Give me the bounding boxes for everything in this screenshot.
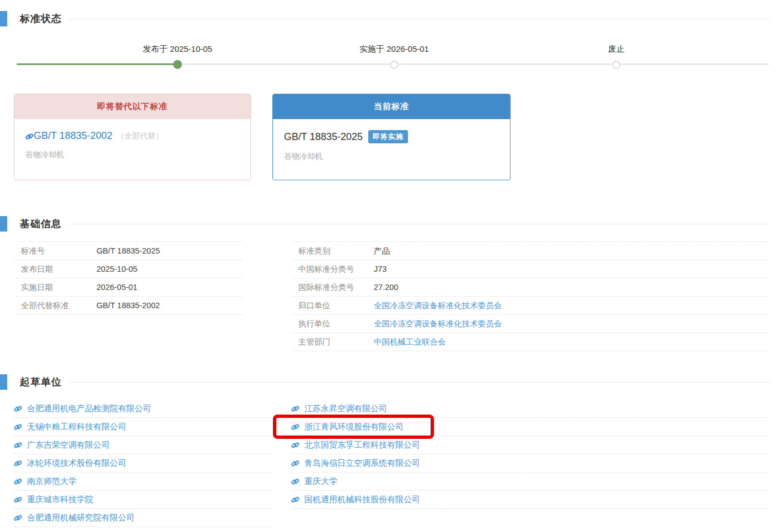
- drafting-unit-link[interactable]: 无锡中粮工程科技有限公司: [27, 422, 126, 432]
- standard-detail-page: 标准状态 发布于 2025-10-05实施于 2026-05-01废止 即将替代…: [0, 11, 784, 532]
- replaced-standard-name: 谷物冷却机: [25, 150, 239, 160]
- link-icon: [14, 423, 22, 431]
- link-icon: [14, 477, 22, 486]
- section-accent-bar: [0, 374, 7, 390]
- info-label: 国际标准分类号: [298, 282, 374, 293]
- link-icon: [14, 514, 22, 522]
- link-icon: [14, 441, 22, 449]
- replace-note: （全部代替）: [117, 131, 163, 141]
- section-divider: [68, 382, 771, 383]
- info-label: 标准号: [21, 246, 96, 256]
- section-accent-bar: [0, 11, 7, 26]
- info-label: 执行单位: [298, 319, 374, 329]
- drafting-unit-item: 合肥通用机械研究院有限公司: [14, 509, 273, 527]
- drafting-unit-link[interactable]: 北京国贸东孚工程科技有限公司: [304, 440, 420, 450]
- section-accent-bar: [0, 216, 7, 232]
- info-row: 标准号GB/T 18835-2025: [14, 242, 243, 260]
- current-standard-card: 当前标准 GB/T 18835-2025 即将实施 谷物冷却机: [272, 94, 511, 180]
- info-value: 2025-10-05: [96, 265, 137, 273]
- info-label: 主管部门: [298, 337, 374, 347]
- info-section-header: 基础信息: [0, 216, 771, 232]
- drafting-unit-item: 重庆大学: [291, 472, 769, 491]
- link-icon: [14, 405, 22, 413]
- drafting-unit-item: 国机通用机械科技股份有限公司: [291, 491, 769, 509]
- section-divider: [68, 19, 771, 19]
- link-icon: [291, 441, 299, 449]
- info-table-right: 标准类别产品中国标准分类号J73国际标准分类号27.200归口单位全国冷冻空调设…: [291, 241, 769, 351]
- drafting-unit-item: 浙江青风环境股份有限公司: [291, 418, 769, 436]
- link-icon: [291, 459, 299, 467]
- drafting-unit-item: 南京师范大学: [14, 472, 273, 491]
- info-row: 发布日期2025-10-05: [14, 260, 243, 278]
- info-label: 中国标准分类号: [298, 264, 374, 275]
- drafting-unit-item: 无锡中粮工程科技有限公司: [14, 418, 273, 436]
- drafting-section-header: 起草单位: [0, 374, 771, 390]
- info-value-link[interactable]: 中国机械工业联合会: [374, 337, 446, 347]
- link-icon: [14, 496, 22, 504]
- info-label: 实施日期: [21, 282, 96, 293]
- info-table-left: 标准号GB/T 18835-2025发布日期2025-10-05实施日期2026…: [14, 241, 243, 315]
- drafting-unit-link[interactable]: 广东吉荣空调有限公司: [27, 440, 110, 450]
- info-row: 执行单位全国冷冻空调设备标准化技术委员会: [291, 315, 769, 333]
- info-label: 发布日期: [21, 264, 96, 275]
- timeline-node-dot: [390, 61, 399, 69]
- info-label: 全部代替标准: [21, 300, 96, 311]
- drafting-units-right-column: 江苏永昇空调有限公司浙江青风环境股份有限公司北京国贸东孚工程科技有限公司青岛海信…: [291, 400, 769, 509]
- link-icon: [291, 423, 299, 431]
- info-row: 国际标准分类号27.200: [291, 278, 769, 297]
- link-icon: [291, 405, 299, 413]
- info-value: GB/T 18835-2002: [96, 301, 160, 310]
- drafting-unit-link[interactable]: 重庆城市科技学院: [27, 495, 93, 505]
- basic-info-tables: 标准号GB/T 18835-2025发布日期2025-10-05实施日期2026…: [14, 241, 784, 351]
- timeline-label: 发布于 2025-10-05: [143, 44, 212, 55]
- info-label: 归口单位: [298, 300, 374, 311]
- drafting-unit-item: 青岛海信日立空调系统有限公司: [291, 454, 769, 472]
- info-row: 中国标准分类号J73: [291, 260, 769, 278]
- current-standard-code: GB/T 18835-2025: [284, 131, 363, 143]
- drafting-unit-item: 江苏永昇空调有限公司: [291, 400, 769, 418]
- timeline-node-dot: [173, 60, 182, 69]
- drafting-unit-link[interactable]: 合肥通用机电产品检测院有限公司: [27, 404, 151, 414]
- drafting-unit-link[interactable]: 青岛海信日立空调系统有限公司: [304, 458, 420, 469]
- info-section-title: 基础信息: [20, 217, 62, 230]
- standard-cards: 即将替代以下标准 GB/T 18835-2002 （全部代替） 谷物冷却机 当前…: [14, 94, 784, 180]
- link-icon: [291, 496, 299, 504]
- info-value: GB/T 18835-2025: [96, 246, 160, 255]
- info-value: 产品: [374, 246, 390, 256]
- info-value: 2026-05-01: [96, 283, 137, 292]
- info-row: 实施日期2026-05-01: [14, 278, 243, 297]
- drafting-unit-link[interactable]: 国机通用机械科技股份有限公司: [304, 495, 420, 505]
- drafting-unit-link[interactable]: 合肥通用机械研究院有限公司: [27, 513, 135, 523]
- info-row: 标准类别产品: [291, 242, 769, 260]
- drafting-unit-link[interactable]: 江苏永昇空调有限公司: [304, 404, 387, 414]
- info-value-link[interactable]: 全国冷冻空调设备标准化技术委员会: [374, 319, 502, 329]
- link-icon: [25, 132, 34, 140]
- info-label: 标准类别: [298, 246, 374, 256]
- link-icon: [291, 477, 299, 486]
- upcoming-implementation-badge: 即将实施: [368, 130, 408, 143]
- info-row: 主管部门中国机械工业联合会: [291, 333, 769, 351]
- drafting-unit-lists: 合肥通用机电产品检测院有限公司无锡中粮工程科技有限公司广东吉荣空调有限公司冰轮环…: [14, 400, 784, 527]
- drafting-unit-link[interactable]: 冰轮环境技术股份有限公司: [27, 458, 126, 469]
- drafting-unit-link[interactable]: 浙江青风环境股份有限公司: [304, 422, 404, 432]
- standard-status-timeline: 发布于 2025-10-05实施于 2026-05-01废止: [0, 35, 784, 82]
- replaced-card-header: 即将替代以下标准: [14, 94, 250, 119]
- section-divider: [68, 224, 771, 224]
- status-section-title: 标准状态: [20, 12, 62, 25]
- info-value-link[interactable]: 全国冷冻空调设备标准化技术委员会: [374, 300, 502, 311]
- info-value: J73: [374, 265, 386, 273]
- timeline-label: 实施于 2026-05-01: [359, 44, 429, 55]
- timeline-progress: [17, 63, 178, 65]
- drafting-unit-link[interactable]: 重庆大学: [304, 476, 337, 487]
- drafting-unit-item: 重庆城市科技学院: [14, 491, 273, 509]
- info-row: 全部代替标准GB/T 18835-2002: [14, 297, 243, 315]
- drafting-unit-item: 冰轮环境技术股份有限公司: [14, 454, 273, 472]
- info-value: 27.200: [374, 283, 398, 292]
- drafting-unit-link[interactable]: 南京师范大学: [27, 476, 77, 487]
- current-standard-name: 谷物冷却机: [284, 152, 499, 162]
- drafting-units-left-column: 合肥通用机电产品检测院有限公司无锡中粮工程科技有限公司广东吉荣空调有限公司冰轮环…: [14, 400, 273, 527]
- timeline-label: 废止: [608, 44, 625, 55]
- info-row: 归口单位全国冷冻空调设备标准化技术委员会: [291, 297, 769, 315]
- drafting-section-title: 起草单位: [20, 375, 62, 389]
- replaced-standard-link[interactable]: GB/T 18835-2002: [34, 130, 112, 142]
